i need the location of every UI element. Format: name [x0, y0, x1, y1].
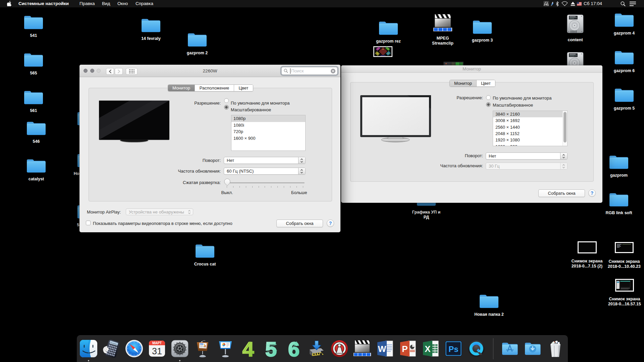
resolution-option[interactable]: 720p [231, 128, 305, 135]
dock-numeral-5[interactable]: 5 [262, 340, 280, 358]
rotation-popup[interactable]: Нет [224, 157, 306, 164]
desktop-icon-gazprom-3[interactable]: gazprom 3 [472, 19, 492, 35]
dock-mpeg-streamclip[interactable] [353, 340, 371, 358]
desktop-icon-565[interactable]: 565 [23, 52, 44, 67]
resolution-list[interactable]: 3840 × 21603008 × 16922560 × 14402048 × … [493, 111, 568, 146]
resolution-option[interactable]: 2048 × 1152 [493, 130, 567, 137]
slider-track[interactable] [225, 182, 305, 183]
dock-safari[interactable] [125, 340, 143, 358]
bluetooth-icon[interactable] [555, 0, 559, 7]
radio-default-resolution[interactable] [486, 95, 491, 100]
underscan-slider[interactable] [225, 178, 305, 188]
desktop-icon-crocus-cat[interactable]: Crocus cat [195, 243, 215, 258]
desktop-icon-снимок-экрана-2018-0-10-40-23[interactable]: Снимок экрана2018-0...10.40.23 [615, 242, 634, 253]
dock-photoshop[interactable]: Ps [444, 340, 463, 358]
desktop-icon-mpeg-streamclip[interactable]: MPEGStreamclip [433, 13, 452, 33]
adobe-icon[interactable] [543, 0, 549, 7]
wifi-icon[interactable] [561, 0, 568, 7]
dock-applications-folder[interactable] [501, 340, 519, 358]
radio-default-label[interactable]: По умолчанию для монитора [231, 101, 289, 106]
gather-windows-button[interactable]: Собрать окна [538, 189, 585, 197]
dock-trash[interactable] [546, 340, 565, 358]
refresh-rate-popup[interactable]: 30 Гц [486, 163, 568, 170]
forward-button[interactable] [115, 68, 123, 75]
radio-scaled-label[interactable]: Масштабированное [231, 107, 271, 112]
dock-powerpoint[interactable]: P [399, 340, 417, 358]
resolution-option[interactable]: 1600 × 900 [493, 143, 567, 146]
us-flag-icon[interactable] [577, 0, 582, 7]
dock-word[interactable]: W [376, 340, 394, 358]
dock-keynote[interactable] [216, 340, 234, 358]
resolution-option[interactable]: 1600 × 900 [231, 135, 305, 142]
mirroring-checkbox[interactable] [86, 221, 91, 225]
desktop-icon-561[interactable]: 561 [23, 89, 44, 105]
tab-цвет[interactable]: Цвет [477, 80, 495, 86]
zoom-button[interactable] [97, 69, 101, 73]
dock-capture-device[interactable] [308, 340, 326, 358]
desktop-icon-gazprom-5[interactable]: gazprom 5 [614, 87, 634, 103]
refresh-rate-popup[interactable]: 60 Гц (NTSC) [224, 168, 306, 175]
help-button[interactable]: ? [588, 189, 596, 197]
dock-downloads-folder[interactable] [524, 340, 542, 358]
desktop-icon-14-fevraly[interactable]: 14 fevraly [141, 17, 161, 33]
spotlight-icon[interactable] [620, 0, 626, 7]
menu-item-3[interactable]: Окно [117, 0, 128, 7]
clear-search-button[interactable] [331, 69, 335, 73]
menu-item-4[interactable]: Справка [136, 0, 153, 7]
radio-scaled-label[interactable]: Масштабированное [493, 103, 533, 108]
close-button[interactable] [84, 69, 88, 73]
desktop-icon-pic-thumb[interactable] [373, 46, 392, 57]
notification-center-icon[interactable] [629, 0, 636, 7]
pen-icon[interactable] [550, 0, 554, 7]
rotation-popup[interactable]: Нет [486, 153, 568, 160]
dock-broadcast[interactable] [330, 340, 348, 358]
desktop-icon-catalyst[interactable]: catalyst [26, 158, 46, 173]
apple-menu-icon[interactable] [7, 1, 11, 6]
desktop-icon-gazprom-4[interactable]: gazprom 4 [614, 12, 634, 27]
dock-numeral-4[interactable]: 4 [239, 340, 257, 358]
menu-app-name[interactable]: Системные настройки [18, 0, 69, 7]
dock-system-preferences[interactable] [171, 340, 189, 358]
resolution-option[interactable]: 644 × 362 [493, 137, 567, 143]
resolution-option[interactable]: 3840 × 2160 [493, 111, 567, 117]
scrollbar-thumb[interactable] [564, 112, 567, 142]
show-all-button[interactable] [126, 68, 138, 75]
desktop-icon-gazprom-6[interactable]: gazprom 6 [614, 50, 634, 65]
desktop-icon-541[interactable]: 541 [23, 14, 44, 30]
dock-excel[interactable]: X [422, 340, 440, 358]
desktop-icon-content[interactable]: content [566, 14, 584, 34]
window-titlebar[interactable]: Монитор [341, 65, 602, 73]
menu-item-1[interactable]: Правка [79, 0, 95, 7]
radio-scaled-resolution[interactable] [224, 105, 229, 110]
tab-монитор[interactable]: Монитор [450, 80, 477, 86]
resolution-option[interactable]: 2560 × 1440 [493, 124, 567, 130]
desktop-icon-gazprom-rez[interactable]: gazprom rez [378, 20, 398, 36]
mirroring-checkbox-label[interactable]: Показывать параметры видеоповтора в стро… [93, 221, 232, 226]
scrollbar[interactable] [562, 111, 567, 146]
help-button[interactable]: ? [327, 220, 334, 227]
dock-calendar[interactable]: МАРТ 31 [148, 340, 166, 358]
slider-knob[interactable] [224, 179, 230, 186]
minimize-button[interactable] [90, 69, 94, 73]
desktop-icon-снимок-экрана-2018-0-7-15-2-[interactable]: Снимок экрана2018-0...7.15 (2) [578, 241, 597, 253]
radio-scaled-resolution[interactable] [486, 102, 491, 107]
desktop-icon-rgb-link-soft[interactable]: RGB link soft [609, 192, 629, 207]
dock-quicktime[interactable] [467, 340, 485, 358]
gather-windows-button[interactable]: Собрать окна [276, 220, 323, 227]
airplay-popup[interactable]: Устройства не обнаружены [126, 208, 193, 215]
resolution-option[interactable]: 1080i [231, 122, 305, 129]
dock-numeral-6[interactable]: 6 [285, 340, 303, 358]
back-button[interactable] [106, 68, 114, 75]
resolution-list[interactable]: 1080p1080i720p1600 × 900 [231, 115, 306, 151]
search-field[interactable]: Поиск [281, 67, 337, 75]
menu-clock[interactable]: Сб 17:04 [584, 0, 602, 7]
dock-finder[interactable] [79, 340, 98, 358]
window-titlebar[interactable]: 2260W Поиск [79, 65, 340, 77]
tab-монитор[interactable]: Монитор [168, 85, 195, 91]
radio-default-resolution[interactable] [224, 98, 229, 103]
desktop-icon-gazprom-2[interactable]: gazprom 2 [187, 32, 207, 47]
desktop-icon-снимок-экрана-2018-0-16-57-15[interactable]: Снимок экрана2018-0...16.57.15 [615, 279, 634, 292]
resolution-option[interactable]: 3008 × 1692 [493, 117, 567, 124]
dock-keynote-podium[interactable] [194, 340, 212, 358]
menu-item-2[interactable]: Вид [102, 0, 110, 7]
